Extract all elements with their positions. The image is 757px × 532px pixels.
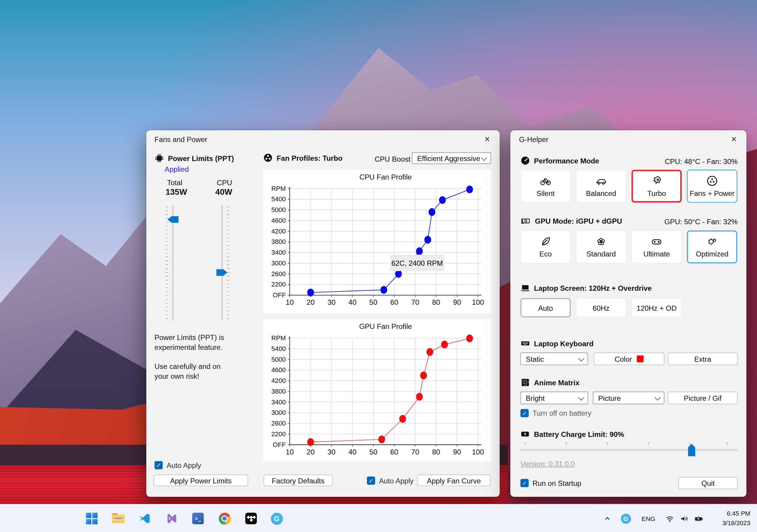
total-slider-handle[interactable] xyxy=(167,216,178,223)
screen-card-auto[interactable]: Auto xyxy=(521,298,571,318)
tidal-button[interactable] xyxy=(244,511,258,526)
tidal-icon xyxy=(245,513,257,524)
screen-card-label: 120Hz + OD xyxy=(637,304,677,312)
screen-card-120hz-od[interactable]: 120Hz + OD xyxy=(632,298,682,318)
run-on-startup-row: ✓ Run on Startup xyxy=(521,479,582,487)
matrix-picture-gif-button[interactable]: Picture / Gif xyxy=(668,392,738,404)
visual-studio-icon xyxy=(166,513,177,524)
quit-button[interactable]: Quit xyxy=(678,477,738,489)
cpu-label: CPU xyxy=(217,178,232,186)
svg-text:40: 40 xyxy=(348,298,356,306)
fan-auto-apply-checkbox[interactable]: ✓ xyxy=(367,477,375,485)
chrome-button[interactable] xyxy=(217,511,232,526)
matrix-brightness-select[interactable]: Bright xyxy=(521,392,588,404)
svg-text:30: 30 xyxy=(327,298,336,306)
svg-text:90: 90 xyxy=(453,448,461,456)
svg-text:60: 60 xyxy=(390,298,398,306)
battery-slider-track[interactable] xyxy=(521,449,738,451)
svg-text:2600: 2600 xyxy=(271,420,286,427)
window-title: Fans and Power xyxy=(155,135,207,143)
cpu-slider-handle[interactable] xyxy=(216,269,227,276)
tray-wifi[interactable] xyxy=(662,511,677,526)
version-link[interactable]: Version: 0.31.0.0 xyxy=(521,460,575,467)
mode-card-turbo[interactable]: Turbo xyxy=(632,170,682,203)
mode-card-balanced[interactable]: Balanced xyxy=(576,170,626,203)
gpu-card-standard[interactable]: Standard xyxy=(576,231,626,263)
start-button[interactable] xyxy=(84,511,99,526)
mode-card-label: Turbo xyxy=(647,189,666,197)
svg-text:60: 60 xyxy=(390,448,398,456)
keyboard-color-button[interactable]: Color xyxy=(594,352,664,365)
chevron-down-icon xyxy=(481,154,487,161)
cpu-boost-select[interactable]: Efficient Aggressive xyxy=(412,153,491,164)
file-explorer-button[interactable] xyxy=(111,511,126,526)
applied-status[interactable]: Applied xyxy=(165,165,189,173)
anime-matrix-header: Anime Matrix xyxy=(521,378,580,387)
keyboard-mode-value: Static xyxy=(526,355,544,363)
mode-card-silent[interactable]: Silent xyxy=(521,170,571,203)
cpu-temp-fan-status: CPU: 48°C - Fan: 30% xyxy=(665,157,738,165)
gpu-card-eco[interactable]: Eco xyxy=(521,231,571,263)
svg-text:4600: 4600 xyxy=(271,217,286,224)
svg-text:5000: 5000 xyxy=(271,356,286,363)
tray-battery[interactable] xyxy=(691,511,706,526)
laptop-screen-title: Laptop Screen: 120Hz + Overdrive xyxy=(534,284,651,292)
terminal-button[interactable]: >_ xyxy=(191,511,205,526)
car-icon xyxy=(595,175,607,187)
power-auto-apply-checkbox[interactable]: ✓ xyxy=(155,461,163,469)
turn-off-on-battery-checkbox[interactable]: ✓ xyxy=(521,409,529,417)
keyboard-mode-select[interactable]: Static xyxy=(521,352,588,365)
bicycle-icon xyxy=(540,175,551,187)
apply-power-limits-button[interactable]: Apply Power Limits xyxy=(153,475,248,486)
apply-fan-curve-button[interactable]: Apply Fan Curve xyxy=(417,475,491,486)
tray-volume[interactable] xyxy=(677,511,692,526)
gpu-temp-fan-status: GPU: 50°C - Fan: 32% xyxy=(664,217,738,225)
cpu-slider-track[interactable] xyxy=(221,205,223,321)
laptop-keyboard-title: Laptop Keyboard xyxy=(534,339,593,348)
gpu-fan-chart[interactable]: GPU Fan ProfileOFF2200260030003400380042… xyxy=(263,320,491,462)
matrix-brightness-value: Bright xyxy=(526,394,544,402)
svg-text:3400: 3400 xyxy=(271,249,286,256)
matrix-mode-select[interactable]: Picture xyxy=(593,392,664,404)
vscode-icon xyxy=(139,513,151,524)
running-indicator xyxy=(223,523,226,524)
mode-card-fans-power[interactable]: Fans + Power xyxy=(687,170,737,203)
fan-profiles-header: Fan Profiles: Turbo xyxy=(263,153,342,162)
windows-logo-icon xyxy=(86,513,98,524)
turn-off-on-battery-label: Turn off on battery xyxy=(532,409,591,417)
screen-card-label: 60Hz xyxy=(592,304,610,312)
svg-text:80: 80 xyxy=(432,298,440,306)
fan-icon xyxy=(706,175,718,187)
leaf-icon xyxy=(540,236,551,247)
keyboard-extra-button[interactable]: Extra xyxy=(668,352,738,365)
svg-text:30: 30 xyxy=(327,448,336,456)
tray-language[interactable]: ENG xyxy=(640,511,657,526)
svg-text:2200: 2200 xyxy=(271,430,286,438)
gpu-card-optimized[interactable]: Optimized xyxy=(687,231,737,263)
tray-chevron-up[interactable] xyxy=(600,511,615,526)
run-on-startup-checkbox[interactable]: ✓ xyxy=(521,479,529,487)
color-button-label: Color xyxy=(615,355,632,363)
close-icon[interactable]: × xyxy=(480,133,494,146)
tray-clock[interactable]: 6:45 PM 3/18/2023 xyxy=(722,509,750,527)
fan-auto-apply-row: ✓ Auto Apply xyxy=(367,477,413,485)
factory-defaults-button[interactable]: Factory Defaults xyxy=(263,475,333,486)
visual-studio-button[interactable] xyxy=(164,511,179,526)
svg-text:50: 50 xyxy=(369,298,377,306)
svg-text:4600: 4600 xyxy=(271,366,286,374)
g-helper-button[interactable]: G xyxy=(270,511,284,526)
battery-slider-handle[interactable] xyxy=(688,444,695,456)
svg-text:OFF: OFF xyxy=(273,441,286,449)
vscode-button[interactable] xyxy=(137,511,152,526)
color-swatch xyxy=(637,355,644,362)
chip-icon xyxy=(155,153,164,163)
power-auto-apply-label: Auto Apply xyxy=(167,461,201,469)
close-icon[interactable]: × xyxy=(727,133,741,146)
tray-g-helper[interactable]: G xyxy=(619,511,633,526)
performance-mode-title: Performance Mode xyxy=(534,156,599,165)
gpu-card-ultimate[interactable]: Ultimate xyxy=(632,231,682,263)
svg-text:70: 70 xyxy=(411,448,419,456)
screen-card-60hz[interactable]: 60Hz xyxy=(576,298,626,318)
tray-date: 3/18/2023 xyxy=(722,518,750,528)
cpu-fan-chart[interactable]: CPU Fan ProfileOFF2200260030003400380042… xyxy=(263,170,491,313)
